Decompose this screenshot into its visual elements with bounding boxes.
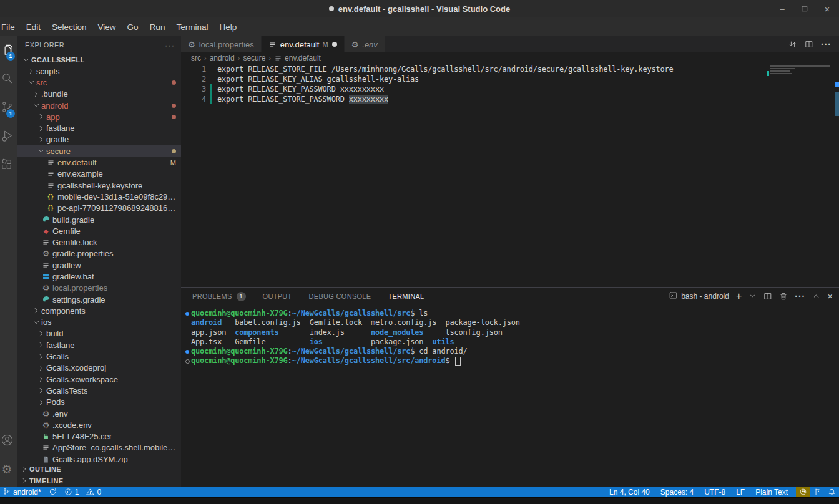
new-terminal-button[interactable]: + xyxy=(736,291,742,301)
status-utf-8[interactable]: UTF-8 xyxy=(704,488,725,497)
close-panel-button[interactable]: × xyxy=(827,291,833,301)
tree-item-ios[interactable]: ios xyxy=(17,317,181,328)
tree-item-build.gradle[interactable]: build.gradle xyxy=(17,214,181,225)
tree-item-appstore-co.gcalls.shell.mobileprovision[interactable]: AppStore_co.gcalls.shell.mobileprovision xyxy=(17,442,181,453)
code-line-1[interactable]: 1 export RELEASE_STORE_FILE=/Users/minhn… xyxy=(181,64,839,74)
breadcrumb-file[interactable]: env.default xyxy=(285,54,321,62)
tree-item-components[interactable]: components xyxy=(17,305,181,316)
tree-item-env.default[interactable]: env.defaultM xyxy=(17,157,181,168)
close-button[interactable]: × xyxy=(823,4,832,13)
menu-go[interactable]: Go xyxy=(122,17,144,36)
open-changes-button[interactable] xyxy=(788,40,797,49)
tree-item-gcalls.app.dsym.zip[interactable]: Gcalls.app.dSYM.zip xyxy=(17,453,181,463)
activity-source-control-button[interactable]: 1 xyxy=(0,94,17,122)
tree-item-mobile-dev-13d1a-51e09f8c29bf.json[interactable]: {}mobile-dev-13d1a-51e09f8c29bf.json xyxy=(17,191,181,202)
tree-item-gemfile.lock[interactable]: Gemfile.lock xyxy=(17,236,181,248)
more-actions-button[interactable]: ··· xyxy=(821,39,832,49)
notifications-icon[interactable] xyxy=(825,487,839,497)
editor-tab-env.default[interactable]: env.default M xyxy=(262,36,345,52)
panel-more-button[interactable]: ··· xyxy=(795,291,805,301)
activity-accounts-button[interactable] xyxy=(0,427,17,455)
minimap[interactable] xyxy=(770,65,830,75)
code-line-4[interactable]: 4 export RELEASE_STORE_PASSWORD=xxxxxxxx… xyxy=(181,94,839,104)
status-ln-4-col-40[interactable]: Ln 4, Col 40 xyxy=(609,488,650,497)
menu-file[interactable]: File xyxy=(0,17,21,36)
status-spaces-4[interactable]: Spaces: 4 xyxy=(660,488,694,497)
tree-item-pods[interactable]: Pods xyxy=(17,397,181,408)
breadcrumb-src[interactable]: src xyxy=(191,54,201,62)
menu-run[interactable]: Run xyxy=(144,17,171,36)
split-terminal-button[interactable] xyxy=(763,292,772,301)
maximize-panel-button[interactable] xyxy=(812,292,820,300)
panel-tab-terminal[interactable]: TERMINAL xyxy=(388,288,424,304)
activity-settings-button[interactable]: ⚙ xyxy=(0,455,17,484)
menu-help[interactable]: Help xyxy=(213,17,242,36)
feedback-icon[interactable] xyxy=(810,487,825,497)
tree-item-android[interactable]: android xyxy=(17,100,181,111)
sidebar-section-timeline[interactable]: TIMELINE xyxy=(17,475,181,487)
breadcrumb[interactable]: src›android›secure›env.default xyxy=(181,52,839,64)
tree-item-secure[interactable]: secure xyxy=(17,145,181,157)
menu-edit[interactable]: Edit xyxy=(21,17,46,36)
tree-item-gradlew[interactable]: gradlew xyxy=(17,259,181,271)
tree-item-gcalls.xcworkspace[interactable]: Gcalls.xcworkspace xyxy=(17,374,181,385)
tree-item-app[interactable]: app xyxy=(17,111,181,122)
tree-item-pc-api-7709112798689248816-695-09af9-[interactable]: {}pc-api-7709112798689248816-695-09af9… xyxy=(17,203,181,214)
tree-item-gcalls.xcodeproj[interactable]: Gcalls.xcodeproj xyxy=(17,362,181,374)
status-warnings[interactable]: 0 xyxy=(86,488,101,497)
tree-item-fastlane[interactable]: fastlane xyxy=(17,122,181,133)
tree-item-local.properties[interactable]: ⚙local.properties xyxy=(17,283,181,294)
status-git-branch[interactable]: android* xyxy=(2,488,41,497)
status-lf[interactable]: LF xyxy=(736,488,745,497)
maximize-button[interactable] xyxy=(800,4,809,13)
status-plain-text[interactable]: Plain Text xyxy=(755,488,788,497)
activity-search-button[interactable] xyxy=(0,65,17,94)
sidebar-section-outline[interactable]: OUTLINE xyxy=(17,463,181,475)
tree-item-env.example[interactable]: env.example xyxy=(17,168,181,180)
terminal-instance-label[interactable]: bash - android xyxy=(669,291,729,301)
editor-code-area[interactable]: 1 export RELEASE_STORE_FILE=/Users/minhn… xyxy=(181,64,839,287)
panel-tab-output[interactable]: OUTPUT xyxy=(263,288,292,304)
tree-item-scripts[interactable]: scripts xyxy=(17,65,181,77)
smiley-status-icon[interactable] xyxy=(796,487,810,497)
tree-item-.xcode.env[interactable]: ⚙.xcode.env xyxy=(17,419,181,430)
status-sync-changes[interactable] xyxy=(49,488,57,496)
breadcrumb-secure[interactable]: secure xyxy=(243,54,265,62)
tree-item-src[interactable]: src xyxy=(17,77,181,88)
editor-tab-.env[interactable]: ⚙ .env xyxy=(345,36,385,52)
menu-terminal[interactable]: Terminal xyxy=(170,17,213,36)
tree-item-gradle.properties[interactable]: ⚙gradle.properties xyxy=(17,248,181,259)
editor-tab-local.properties[interactable]: ⚙ local.properties xyxy=(181,36,262,52)
tree-item-settings.gradle[interactable]: settings.gradle xyxy=(17,294,181,305)
tree-item-5flt748f25.cer[interactable]: 5FLT748F25.cer xyxy=(17,431,181,442)
tree-item-gradle[interactable]: gradle xyxy=(17,134,181,145)
tree-item-gcallstests[interactable]: GcallsTests xyxy=(17,385,181,396)
code-line-3[interactable]: 3 export RELEASE_KEY_PASSWORD=xxxxxxxxxx xyxy=(181,84,839,94)
tree-item-.bundle[interactable]: .bundle xyxy=(17,89,181,100)
panel-tab-debug-console[interactable]: DEBUG CONSOLE xyxy=(309,288,371,304)
terminal-output[interactable]: quocminh@quocminh-X79G:~/NewGcalls/gcall… xyxy=(181,304,839,487)
menu-selection[interactable]: Selection xyxy=(46,17,92,36)
code-line-2[interactable]: 2 export RELEASE_KEY_ALIAS=gcallsshell-k… xyxy=(181,74,839,84)
tree-item-.env[interactable]: ⚙.env xyxy=(17,408,181,419)
activity-explorer-button[interactable]: 1 xyxy=(0,36,17,65)
split-editor-button[interactable] xyxy=(805,40,813,49)
tree-item-fastlane[interactable]: fastlane xyxy=(17,339,181,351)
terminal-dropdown-button[interactable] xyxy=(748,292,757,300)
explorer-more-actions-icon[interactable]: ··· xyxy=(165,41,175,50)
tree-item-gcalls[interactable]: Gcalls xyxy=(17,351,181,362)
command-decoration-icon[interactable] xyxy=(184,359,191,364)
menu-view[interactable]: View xyxy=(92,17,122,36)
tree-item-gcallsshell[interactable]: GCALLSSHELL xyxy=(17,54,181,65)
tree-item-gemfile[interactable]: ◆Gemfile xyxy=(17,225,181,236)
tree-item-gradlew.bat[interactable]: gradlew.bat xyxy=(17,271,181,282)
dirty-indicator-icon[interactable] xyxy=(332,42,337,47)
kill-terminal-button[interactable] xyxy=(779,292,788,301)
command-decoration-icon[interactable] xyxy=(184,350,191,354)
activity-run-debug-button[interactable] xyxy=(0,122,17,151)
command-decoration-icon[interactable] xyxy=(184,312,191,316)
breadcrumb-android[interactable]: android xyxy=(210,54,235,62)
tree-item-gcallsshell-key.keystore[interactable]: gcallsshell-key.keystore xyxy=(17,180,181,191)
minimize-button[interactable]: – xyxy=(778,4,787,13)
panel-tab-problems[interactable]: PROBLEMS1 xyxy=(192,288,246,304)
